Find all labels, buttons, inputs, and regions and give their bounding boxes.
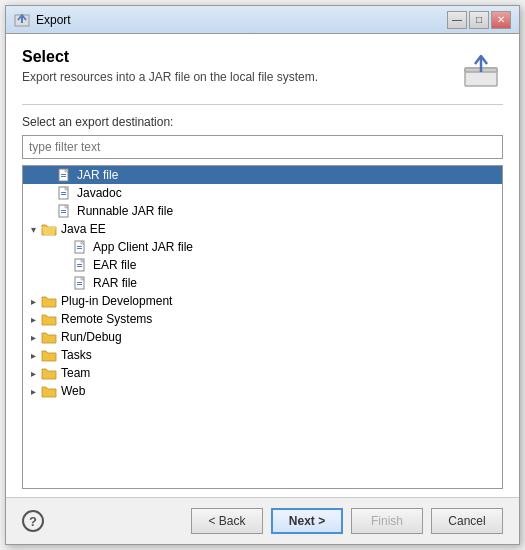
maximize-button[interactable]: □	[469, 11, 489, 29]
svg-rect-18	[77, 264, 82, 265]
label-run-debug: Run/Debug	[61, 330, 122, 344]
arrow-tasks[interactable]	[27, 349, 39, 361]
svg-rect-7	[61, 176, 66, 177]
back-button[interactable]: < Back	[191, 508, 263, 534]
file-icon-runnable-jar	[57, 204, 73, 218]
footer-buttons: < Back Next > Finish Cancel	[191, 508, 503, 534]
label-web: Web	[61, 384, 85, 398]
next-button[interactable]: Next >	[271, 508, 343, 534]
label-remote-systems: Remote Systems	[61, 312, 152, 326]
folder-icon-team	[41, 366, 57, 380]
svg-rect-21	[77, 282, 82, 283]
help-button[interactable]: ?	[22, 510, 44, 532]
cancel-button[interactable]: Cancel	[431, 508, 503, 534]
svg-rect-9	[61, 192, 66, 193]
svg-rect-19	[77, 266, 82, 267]
dialog-footer: ? < Back Next > Finish Cancel	[6, 497, 519, 544]
label-team: Team	[61, 366, 90, 380]
arrow-plugin-dev[interactable]	[27, 295, 39, 307]
titlebar-left: Export	[14, 12, 71, 28]
file-icon-javadoc	[57, 186, 73, 200]
arrow-team[interactable]	[27, 367, 39, 379]
header-text: Select Export resources into a JAR file …	[22, 48, 318, 84]
tree-item-rar-file[interactable]: RAR file	[23, 274, 502, 292]
export-illustration	[461, 50, 501, 90]
svg-rect-10	[61, 194, 66, 195]
tree-item-java-ee[interactable]: Java EE	[23, 220, 502, 238]
tree-item-run-debug[interactable]: Run/Debug	[23, 328, 502, 346]
titlebar-icon	[14, 12, 30, 28]
export-dialog: Export — □ ✕ Select Export resources int…	[5, 5, 520, 545]
svg-rect-16	[77, 248, 82, 249]
dialog-description: Export resources into a JAR file on the …	[22, 70, 318, 84]
svg-rect-22	[77, 284, 82, 285]
arrow-java-ee[interactable]	[27, 223, 39, 235]
tree-item-jar-file[interactable]: JAR file	[23, 166, 502, 184]
header-icon	[459, 48, 503, 92]
tree-item-tasks[interactable]: Tasks	[23, 346, 502, 364]
folder-icon-web	[41, 384, 57, 398]
label-rar-file: RAR file	[93, 276, 137, 290]
titlebar: Export — □ ✕	[6, 6, 519, 34]
filter-input[interactable]	[22, 135, 503, 159]
filter-label: Select an export destination:	[22, 115, 503, 129]
arrow-remote-systems[interactable]	[27, 313, 39, 325]
tree-container[interactable]: JAR file Javadoc	[22, 165, 503, 489]
tree-item-team[interactable]: Team	[23, 364, 502, 382]
folder-icon-java-ee	[41, 222, 57, 236]
dialog-title: Select	[22, 48, 318, 66]
label-javadoc: Javadoc	[77, 186, 122, 200]
arrow-run-debug[interactable]	[27, 331, 39, 343]
titlebar-title: Export	[36, 13, 71, 27]
tree-item-remote-systems[interactable]: Remote Systems	[23, 310, 502, 328]
titlebar-buttons: — □ ✕	[447, 11, 511, 29]
folder-icon-remote-systems	[41, 312, 57, 326]
svg-rect-15	[77, 246, 82, 247]
folder-icon-plugin-dev	[41, 294, 57, 308]
label-jar-file: JAR file	[77, 168, 118, 182]
label-app-client: App Client JAR file	[93, 240, 193, 254]
svg-rect-13	[61, 212, 66, 213]
tree-item-web[interactable]: Web	[23, 382, 502, 400]
header-section: Select Export resources into a JAR file …	[22, 48, 503, 92]
tree-item-app-client[interactable]: App Client JAR file	[23, 238, 502, 256]
file-icon-ear	[73, 258, 89, 272]
folder-icon-tasks	[41, 348, 57, 362]
arrow-web[interactable]	[27, 385, 39, 397]
label-plugin-dev: Plug-in Development	[61, 294, 172, 308]
footer-left: ?	[22, 510, 44, 532]
svg-rect-6	[61, 174, 66, 175]
tree-item-runnable-jar[interactable]: Runnable JAR file	[23, 202, 502, 220]
header-separator	[22, 104, 503, 105]
folder-icon-run-debug	[41, 330, 57, 344]
close-button[interactable]: ✕	[491, 11, 511, 29]
svg-rect-12	[61, 210, 66, 211]
label-ear-file: EAR file	[93, 258, 136, 272]
label-tasks: Tasks	[61, 348, 92, 362]
label-runnable-jar: Runnable JAR file	[77, 204, 173, 218]
tree-item-ear-file[interactable]: EAR file	[23, 256, 502, 274]
tree-item-plugin-dev[interactable]: Plug-in Development	[23, 292, 502, 310]
label-java-ee: Java EE	[61, 222, 106, 236]
file-icon-rar	[73, 276, 89, 290]
minimize-button[interactable]: —	[447, 11, 467, 29]
tree-item-javadoc[interactable]: Javadoc	[23, 184, 502, 202]
file-icon-jar	[57, 168, 73, 182]
finish-button[interactable]: Finish	[351, 508, 423, 534]
dialog-content: Select Export resources into a JAR file …	[6, 34, 519, 497]
file-icon-app-client	[73, 240, 89, 254]
